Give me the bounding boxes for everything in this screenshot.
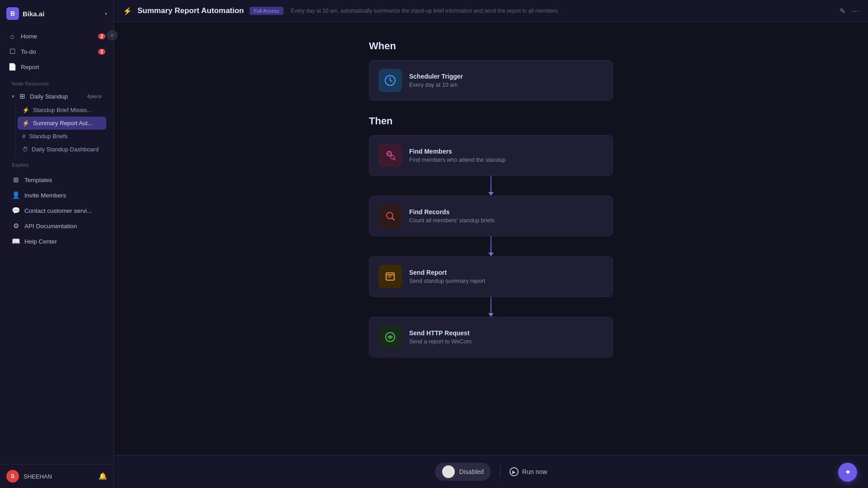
home-badge: 2 [98, 33, 105, 39]
sidebar-item-report[interactable]: 📄 Report [4, 59, 110, 75]
report-icon: 📄 [8, 63, 16, 71]
connector-3 [488, 297, 494, 317]
connector-arrow [488, 313, 494, 317]
find-members-card[interactable]: Find Members Find members who attend the… [369, 135, 613, 176]
hash-icon: # [22, 133, 25, 140]
fab-button[interactable]: ✦ [838, 463, 857, 482]
toggle-knob [442, 465, 455, 478]
clock-icon: ⏱ [22, 146, 28, 153]
http-request-desc: Send a report to WeCom [409, 338, 604, 345]
child-label: Daily Standup Dashboard [32, 146, 99, 153]
sidebar-nav: ⌂ Home 2 ☐ To-do 2 📄 Report Node Resourc… [0, 27, 113, 464]
child-label: Summary Report Aut... [33, 120, 93, 127]
user-name-label: SHEEHAN [24, 473, 52, 480]
run-now-button[interactable]: ▶ Run now [509, 467, 547, 476]
sidebar-item-standup-briefs[interactable]: # Standup Briefs [18, 130, 106, 143]
connector-line [491, 176, 491, 192]
topbar-actions: ✎ ⋯ [840, 7, 859, 15]
sidebar-item-home[interactable]: ⌂ Home 2 [4, 29, 110, 44]
notification-bell-icon[interactable]: 🔔 [99, 472, 107, 480]
app-logo-header[interactable]: B Bika.ai ▾ [0, 0, 113, 27]
scheduler-icon [378, 69, 402, 92]
node-group-daily-standup: ▾ ⊞ Daily Standup 4piece ⚡ Standup Brief… [4, 89, 110, 156]
app-chevron-icon: ▾ [105, 11, 107, 16]
find-members-desc: Find members who attend the standup [409, 157, 604, 163]
child-label: Standup Brief Missio... [33, 107, 92, 113]
home-icon: ⌂ [8, 33, 16, 40]
svg-rect-5 [386, 273, 394, 280]
find-records-card[interactable]: Find Records Count all members' standup … [369, 196, 613, 236]
sidebar-item-contact-support[interactable]: 💬 Contact customer servi... [7, 203, 106, 218]
connector-arrow [488, 253, 494, 256]
main-content: ⚡ Summary Report Automation Full Access … [114, 0, 868, 488]
edit-button[interactable]: ✎ [840, 7, 845, 15]
sidebar-item-label: API Documentation [24, 223, 77, 230]
connector-line [491, 297, 491, 313]
http-request-icon [378, 325, 402, 349]
send-report-card-text: Send Report Send standup summary report [409, 269, 604, 284]
sidebar: B Bika.ai ▾ ⌂ Home 2 ☐ To-do 2 📄 Report … [0, 0, 114, 488]
connector-1 [488, 176, 494, 196]
svg-point-2 [388, 152, 391, 155]
chat-icon: 💬 [12, 206, 20, 215]
sidebar-item-todo[interactable]: ☐ To-do 2 [4, 44, 110, 59]
node-children: ⚡ Standup Brief Missio... ⚡ Summary Repo… [15, 103, 106, 156]
then-heading: Then [369, 115, 613, 127]
sidebar-item-label: To-do [21, 48, 36, 55]
connector-arrow [488, 192, 494, 196]
send-report-desc: Send standup summary report [409, 278, 604, 284]
http-request-title: Send HTTP Request [409, 329, 604, 337]
sidebar-item-summary-report[interactable]: ⚡ Summary Report Aut... [18, 117, 106, 130]
node-count-badge: 4piece [87, 94, 102, 99]
explore-label: Explore [4, 156, 110, 170]
find-records-icon [378, 204, 402, 228]
page-title: Summary Report Automation [137, 6, 244, 15]
avatar: S [6, 470, 19, 483]
chevron-down-icon: ▾ [12, 94, 14, 99]
send-report-card[interactable]: Send Report Send standup summary report [369, 256, 613, 297]
http-request-card[interactable]: Send HTTP Request Send a report to WeCom [369, 317, 613, 357]
sidebar-item-help-center[interactable]: 📖 Help Center [7, 234, 106, 249]
toggle-container[interactable]: Disabled [435, 463, 491, 481]
fab-icon: ✦ [844, 467, 851, 477]
sidebar-item-daily-dashboard[interactable]: ⏱ Daily Standup Dashboard [18, 143, 106, 156]
find-members-title: Find Members [409, 148, 604, 155]
node-group-label: Daily Standup [30, 93, 68, 100]
user-add-icon: 👤 [12, 191, 20, 199]
scheduler-trigger-card[interactable]: Scheduler Trigger Every day at 10 am [369, 60, 613, 101]
lightning-icon: ⚡ [123, 7, 132, 15]
sidebar-item-label: Report [21, 64, 39, 70]
todo-icon: ☐ [8, 47, 16, 56]
find-members-icon [378, 144, 402, 167]
sidebar-item-invite-members[interactable]: 👤 Invite Members [7, 188, 106, 203]
lightning-icon: ⚡ [22, 120, 29, 127]
topbar: ⚡ Summary Report Automation Full Access … [114, 0, 868, 22]
access-badge: Full Access [250, 7, 284, 15]
find-records-title: Find Records [409, 208, 604, 216]
sidebar-item-label: Invite Members [24, 192, 66, 199]
find-records-desc: Count all members' standup briefs [409, 217, 604, 224]
node-group-header[interactable]: ▾ ⊞ Daily Standup 4piece [7, 89, 106, 103]
toggle-label: Disabled [459, 468, 484, 475]
templates-icon: ⊞ [12, 176, 20, 184]
sidebar-item-label: Contact customer servi... [24, 207, 92, 214]
sidebar-item-label: Home [21, 33, 37, 40]
more-options-button[interactable]: ⋯ [852, 7, 859, 15]
sidebar-item-label: Help Center [24, 238, 57, 245]
divider [500, 465, 500, 478]
sidebar-collapse-btn[interactable]: ≡ [107, 30, 118, 41]
sidebar-item-api-docs[interactable]: ⚙ API Documentation [7, 218, 106, 234]
when-heading: When [369, 40, 613, 52]
sidebar-item-templates[interactable]: ⊞ Templates [7, 172, 106, 188]
svg-point-7 [389, 336, 391, 338]
todo-badge: 2 [98, 49, 105, 55]
lightning-icon: ⚡ [22, 107, 29, 113]
scheduler-card-text: Scheduler Trigger Every day at 10 am [409, 73, 604, 88]
sidebar-item-standup-brief[interactable]: ⚡ Standup Brief Missio... [18, 103, 106, 117]
send-report-icon [378, 265, 402, 288]
child-label: Standup Briefs [29, 133, 67, 140]
scheduler-title: Scheduler Trigger [409, 73, 604, 80]
send-report-title: Send Report [409, 269, 604, 276]
node-resources-label: Node Resources [4, 75, 110, 89]
automation-canvas: When Scheduler Trigger Every day at 10 a… [114, 22, 868, 455]
